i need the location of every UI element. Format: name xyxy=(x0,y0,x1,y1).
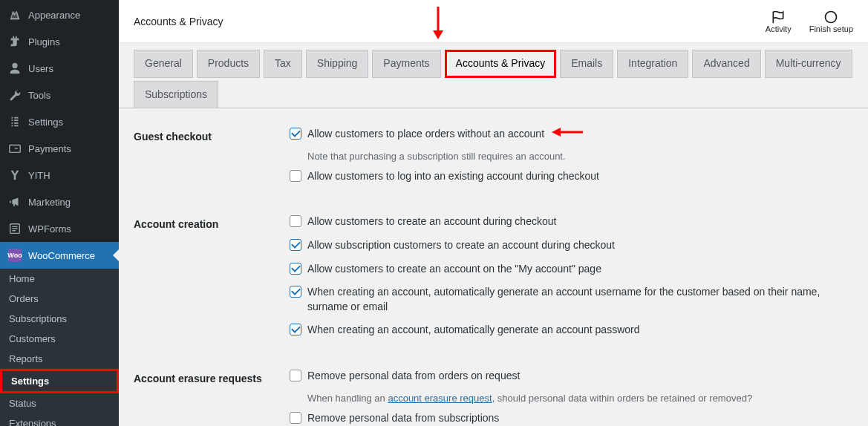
sidebar-item-marketing[interactable]: Marketing xyxy=(0,189,119,215)
section-title: Guest checkout xyxy=(134,116,290,203)
annotation-arrow-left xyxy=(552,127,583,140)
users-icon xyxy=(7,61,22,76)
option-checkbox[interactable] xyxy=(290,412,301,424)
option-row: Allow customers to place orders without … xyxy=(290,127,846,142)
sidebar-item-label: Marketing xyxy=(28,197,71,208)
option-label[interactable]: Allow subscription customers to create a… xyxy=(307,238,615,253)
erasure-request-link[interactable]: account erasure request xyxy=(388,393,492,404)
page-header: Accounts & Privacy Activity Finish setup xyxy=(119,0,868,43)
marketing-icon xyxy=(7,194,22,209)
option-label[interactable]: When creating an account, automatically … xyxy=(307,285,846,314)
option-description: Note that purchasing a subscription stil… xyxy=(307,151,846,162)
sidebar-item-label: Plugins xyxy=(28,36,60,47)
svg-point-4 xyxy=(826,11,837,22)
sidebar-item-label: Users xyxy=(28,63,53,74)
submenu-item-home[interactable]: Home xyxy=(0,269,119,289)
sidebar-item-users[interactable]: Users xyxy=(0,55,119,82)
tab-accounts-privacy[interactable]: Accounts & Privacy xyxy=(445,50,557,78)
sidebar-item-settings[interactable]: Settings xyxy=(0,108,119,135)
svg-marker-3 xyxy=(433,30,443,39)
submenu-item-reports[interactable]: Reports xyxy=(0,349,119,369)
sidebar-item-label: Tools xyxy=(28,90,50,101)
sidebar-item-tools[interactable]: Tools xyxy=(0,82,119,108)
option-label[interactable]: Allow customers to place orders without … xyxy=(307,127,544,142)
option-checkbox[interactable] xyxy=(290,215,301,227)
tab-payments[interactable]: Payments xyxy=(372,50,440,78)
tab-subscriptions[interactable]: Subscriptions xyxy=(134,81,218,109)
option-row: When creating an account, automatically … xyxy=(290,285,846,314)
sidebar-item-woocommerce[interactable]: WooWooCommerce xyxy=(0,242,119,269)
page-title: Accounts & Privacy xyxy=(134,16,223,27)
sidebar-item-label: Appearance xyxy=(28,10,80,21)
option-checkbox[interactable] xyxy=(290,239,301,251)
settings-form: Guest checkoutAllow customers to place o… xyxy=(119,108,868,426)
option-label[interactable]: Remove personal data from orders on requ… xyxy=(307,369,520,384)
main-content: Accounts & Privacy Activity Finish setup xyxy=(119,0,868,426)
submenu-item-customers[interactable]: Customers xyxy=(0,329,119,349)
option-row: Allow subscription customers to create a… xyxy=(290,238,846,253)
option-checkbox[interactable] xyxy=(290,170,301,182)
plugins-icon xyxy=(7,34,22,49)
sidebar-submenu: HomeOrdersSubscriptionsCustomersReportsS… xyxy=(0,269,119,426)
option-checkbox[interactable] xyxy=(290,128,301,140)
option-checkbox[interactable] xyxy=(290,286,301,298)
admin-sidebar: AppearancePluginsUsersToolsSettingsPayme… xyxy=(0,0,119,426)
sidebar-item-label: WPForms xyxy=(28,223,71,235)
sidebar-item-label: WooCommerce xyxy=(28,250,95,261)
tab-shipping[interactable]: Shipping xyxy=(306,50,369,78)
option-checkbox[interactable] xyxy=(290,263,301,275)
wpforms-icon xyxy=(7,221,22,236)
submenu-item-status[interactable]: Status xyxy=(0,393,119,413)
option-label[interactable]: Allow customers to log into an existing … xyxy=(307,169,599,184)
sidebar-item-payments[interactable]: Payments xyxy=(0,135,119,162)
option-row: Allow customers to log into an existing … xyxy=(290,169,846,184)
header-actions: Activity Finish setup xyxy=(766,10,853,33)
section-title: Account creation xyxy=(134,203,290,358)
section-options: Remove personal data from orders on requ… xyxy=(290,358,853,426)
option-checkbox[interactable] xyxy=(290,370,301,381)
submenu-item-orders[interactable]: Orders xyxy=(0,289,119,309)
tab-general[interactable]: General xyxy=(134,50,193,78)
tab-tax[interactable]: Tax xyxy=(264,50,302,78)
submenu-item-extensions[interactable]: Extensions xyxy=(0,413,119,426)
settings-icon xyxy=(7,114,22,129)
submenu-item-subscriptions[interactable]: Subscriptions xyxy=(0,309,119,329)
option-label[interactable]: Allow customers to create an account dur… xyxy=(307,214,556,229)
section-options: Allow customers to create an account dur… xyxy=(290,203,853,358)
option-label[interactable]: Allow customers to create an account on … xyxy=(307,262,601,277)
option-row: Remove personal data from orders on requ… xyxy=(290,369,846,384)
option-label[interactable]: When creating an account, automatically … xyxy=(307,323,640,338)
tab-multi-currency[interactable]: Multi-currency xyxy=(765,50,852,78)
sidebar-item-label: Settings xyxy=(28,117,63,128)
tools-icon xyxy=(7,88,22,102)
sidebar-item-yith[interactable]: YITH xyxy=(0,162,119,189)
progress-circle-icon xyxy=(823,10,838,24)
sidebar-item-appearance[interactable]: Appearance xyxy=(0,1,119,28)
sidebar-item-label: Payments xyxy=(28,143,71,154)
appearance-icon xyxy=(7,7,22,22)
yith-icon xyxy=(7,168,22,183)
tab-advanced[interactable]: Advanced xyxy=(692,50,760,78)
option-label[interactable]: Remove personal data from subscriptions xyxy=(307,411,499,426)
option-description: When handling an account erasure request… xyxy=(307,393,846,404)
tab-products[interactable]: Products xyxy=(197,50,260,78)
annotation-arrow-down xyxy=(431,7,445,42)
flag-icon xyxy=(771,10,786,24)
finish-setup-button[interactable]: Finish setup xyxy=(809,10,853,33)
section-title: Account erasure requests xyxy=(134,358,290,426)
option-row: Allow customers to create an account dur… xyxy=(290,214,846,229)
settings-tabs: GeneralProductsTaxShippingPaymentsAccoun… xyxy=(119,43,868,108)
sidebar-item-wpforms[interactable]: WPForms xyxy=(0,215,119,242)
payments-icon xyxy=(7,141,22,156)
submenu-item-settings[interactable]: Settings xyxy=(0,369,119,393)
activity-button[interactable]: Activity xyxy=(766,10,792,33)
option-checkbox[interactable] xyxy=(290,324,301,335)
option-row: When creating an account, automatically … xyxy=(290,323,846,338)
woo-icon: Woo xyxy=(7,248,22,263)
tab-integration[interactable]: Integration xyxy=(617,50,688,78)
section-options: Allow customers to place orders without … xyxy=(290,116,853,203)
tab-emails[interactable]: Emails xyxy=(560,50,613,78)
sidebar-item-plugins[interactable]: Plugins xyxy=(0,28,119,55)
sidebar-item-label: YITH xyxy=(28,170,50,181)
option-row: Remove personal data from subscriptions xyxy=(290,411,846,426)
